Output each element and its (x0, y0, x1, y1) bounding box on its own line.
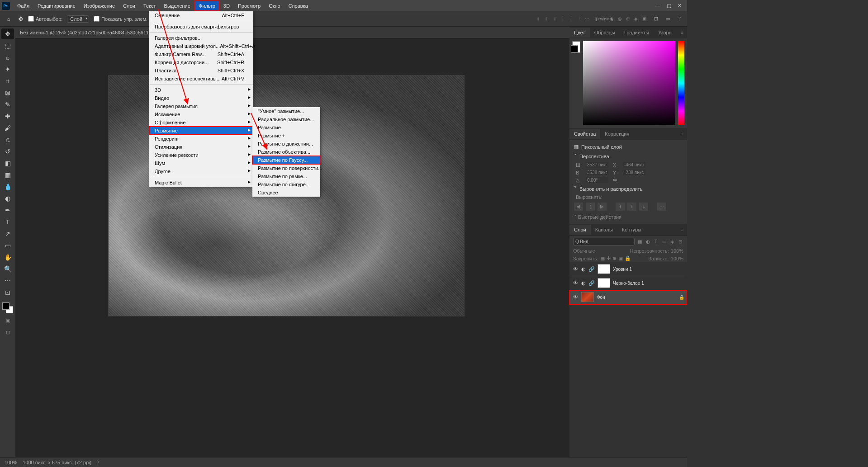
align-icon[interactable]: ⫴ (551, 16, 558, 22)
align-top[interactable]: ⫯ (616, 203, 625, 211)
blur-tool[interactable]: 💧 (1, 181, 14, 192)
filter-blurgallery[interactable]: Галерея размытия▶ (149, 102, 253, 110)
showcontrols-checkbox[interactable]: Показать упр. элем. (94, 16, 147, 22)
h-input[interactable] (586, 170, 608, 175)
align-icon[interactable]: ⫶ (568, 16, 574, 22)
align-vcenter[interactable]: ⫱ (627, 203, 636, 211)
hand-tool[interactable]: ✋ (1, 252, 14, 263)
filter-shape-icon[interactable]: ▭ (661, 239, 667, 245)
3d-icon[interactable]: ▣ (641, 16, 647, 22)
blur-lens[interactable]: Размытие объектива... (252, 148, 320, 156)
menu-image[interactable]: Изображение (80, 1, 119, 10)
align-bottom[interactable]: ⫰ (639, 203, 648, 211)
dodge-tool[interactable]: ◐ (1, 193, 14, 204)
w-input[interactable] (586, 162, 608, 168)
3d-icon[interactable]: ◉ (608, 16, 615, 22)
filter-3d[interactable]: 3D▶ (149, 86, 253, 94)
workspace-icon[interactable]: ▭ (664, 15, 672, 23)
blend-mode[interactable]: Обычные (573, 248, 628, 254)
filter-wideangle[interactable]: Адаптивный широкий угол...Alt+Shift+Ctrl… (149, 42, 253, 50)
close-icon[interactable]: ✕ (678, 3, 682, 9)
layer-row[interactable]: 👁 ◐ 🔗 Уровни 1 (569, 262, 687, 276)
blur-motion[interactable]: Размытие в движении... (252, 140, 320, 148)
gradient-tool[interactable]: ▦ (1, 170, 14, 180)
edit-toolbar[interactable]: ⊡ (1, 287, 14, 298)
layer-row-selected[interactable]: 👁 Фон 🔒 (569, 290, 687, 304)
menu-file[interactable]: Файл (14, 1, 33, 10)
filter-text-icon[interactable]: T (653, 239, 659, 245)
opacity-value[interactable]: 100% (671, 248, 683, 254)
filter-video[interactable]: Видео▶ (149, 94, 253, 102)
panel-menu-icon[interactable]: ≡ (677, 131, 687, 137)
maximize-icon[interactable]: ▢ (667, 3, 671, 9)
angle-input[interactable] (586, 177, 608, 183)
zoom-level[interactable]: 100% (5, 460, 17, 465)
blur-average[interactable]: Среднее (252, 189, 320, 197)
autoselect-checkbox[interactable]: Автовыбор: (28, 16, 62, 22)
blur-radial[interactable]: Радиальное размытие... (252, 115, 320, 123)
blur-more[interactable]: Размытие + (252, 132, 320, 140)
filter-cameraraw[interactable]: Фильтр Camera Raw...Shift+Ctrl+A (149, 50, 253, 58)
eraser-tool[interactable]: ◧ (1, 158, 14, 169)
align-left[interactable]: ⫷ (574, 203, 583, 211)
blur-shape[interactable]: Размытие по фигуре... (252, 180, 320, 189)
filter-stylize[interactable]: Стилизация▶ (149, 143, 253, 151)
lock-artboard-icon[interactable]: ▣ (618, 255, 623, 261)
heal-tool[interactable]: ✚ (1, 111, 14, 122)
wand-tool[interactable]: ✦ (1, 64, 14, 75)
align-more[interactable]: ⋯ (657, 203, 666, 211)
visibility-icon[interactable]: 👁 (572, 266, 579, 272)
menu-edit[interactable]: Редактирование (34, 1, 79, 10)
home-icon[interactable]: ⌂ (4, 14, 14, 24)
align-icon[interactable]: ⫶ (576, 16, 582, 22)
layer-name[interactable]: Черно-белое 1 (613, 281, 644, 286)
fill-value[interactable]: 100% (671, 256, 683, 261)
doc-info[interactable]: 1000 пикс. x 675 пикс. (72 ppi) (23, 460, 91, 465)
filter-liquify[interactable]: Пластика...Shift+Ctrl+X (149, 66, 253, 75)
menu-filter[interactable]: Фильтр (195, 1, 219, 10)
3d-icon[interactable]: ◈ (633, 16, 639, 22)
pen-tool[interactable]: ✒ (1, 205, 14, 216)
filter-other[interactable]: Другое▶ (149, 167, 253, 175)
color-field[interactable] (583, 41, 675, 125)
lock-icon[interactable]: 🔒 (679, 295, 684, 300)
share-icon[interactable]: ⇧ (675, 15, 683, 23)
crop-tool[interactable]: ⌗ (1, 75, 14, 86)
menu-select[interactable]: Выделение (161, 1, 194, 10)
tab-color[interactable]: Цвет (569, 28, 590, 38)
align-header[interactable]: ˅ Выровнять и распределить (569, 184, 687, 193)
filter-render[interactable]: Рендеринг▶ (149, 135, 253, 143)
tab-patterns[interactable]: Узоры (654, 28, 677, 38)
layer-name[interactable]: Уровни 1 (613, 267, 632, 272)
lock-pixels-icon[interactable]: ▦ (600, 255, 605, 261)
layer-select[interactable]: Слой (67, 15, 89, 23)
history-brush-tool[interactable]: ↺ (1, 146, 14, 157)
tab-paths[interactable]: Контуры (617, 225, 646, 235)
filter-magicbullet[interactable]: Magic Bullet▶ (149, 179, 253, 187)
blur-surface[interactable]: Размытие по поверхности... (252, 164, 320, 172)
color-swatch[interactable] (2, 302, 13, 313)
frame-tool[interactable]: ⊠ (1, 87, 14, 98)
visibility-icon[interactable]: 👁 (572, 280, 579, 286)
lock-icon[interactable]: 🔒 (625, 255, 631, 261)
3d-icon[interactable]: ◎ (617, 16, 623, 22)
path-tool[interactable]: ↗ (1, 228, 14, 239)
more-tools[interactable]: ⋯ (1, 275, 14, 286)
blur-box[interactable]: Размытие по рамке... (252, 172, 320, 180)
visibility-icon[interactable]: 👁 (572, 294, 579, 300)
filter-toggle[interactable]: ⊡ (677, 239, 683, 245)
filter-pixelate[interactable]: Оформление▶ (149, 118, 253, 127)
blur-gaussian[interactable]: Размытие по Гауссу... (252, 156, 320, 164)
lock-position-icon[interactable]: ✚ (607, 255, 611, 261)
filter-lens[interactable]: Коррекция дисторсии...Shift+Ctrl+R (149, 58, 253, 66)
filter-distort[interactable]: Искажение▶ (149, 110, 253, 118)
lasso-tool[interactable]: ⌕ (1, 52, 14, 63)
layer-row[interactable]: 👁 ◐ 🔗 Черно-белое 1 (569, 276, 687, 290)
menu-layers[interactable]: Слои (119, 1, 139, 10)
filter-smart[interactable]: Преобразовать для смарт-фильтров (149, 23, 253, 31)
align-hcenter[interactable]: ⫶ (586, 203, 595, 211)
layer-filter[interactable]: Q Вид (573, 238, 635, 245)
quick-actions-header[interactable]: ˅ Быстрые действия (569, 212, 687, 222)
tab-adjustments[interactable]: Коррекция (600, 129, 634, 139)
minimize-icon[interactable]: — (655, 3, 660, 9)
